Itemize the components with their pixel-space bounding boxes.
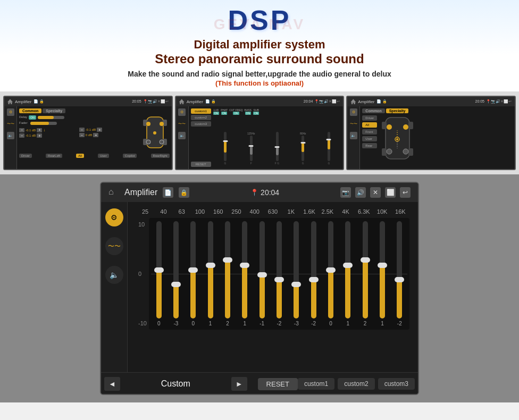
svg-point-16 xyxy=(403,124,408,130)
ls-slider-15-track[interactable] xyxy=(397,221,402,318)
ss1-all-btn[interactable]: All xyxy=(76,154,84,158)
ls-prev-button[interactable]: ◄ xyxy=(104,377,120,391)
ls-lock-icon: 🔒 xyxy=(179,187,189,198)
ss2-custom2-btn[interactable]: custom2 xyxy=(191,115,211,120)
ls-slider-5-track[interactable] xyxy=(225,221,230,318)
ls-freq-250: 250 xyxy=(227,208,245,215)
ls-time: 20:04 xyxy=(261,188,279,197)
ls-volume-icon[interactable]: 🔊 xyxy=(355,187,366,198)
ss1-fader-slider[interactable] xyxy=(30,122,57,125)
ss1-plus-btn-2[interactable]: + xyxy=(37,133,42,138)
ls-freq-40: 40 xyxy=(154,208,172,215)
ss2-slider-g2-track[interactable] xyxy=(302,136,304,161)
ss2-vertical-sliders: G 125Hz F xyxy=(213,116,341,167)
ss3-app-name: Amplifier xyxy=(358,99,374,104)
ls-slider-2: -3 xyxy=(168,221,183,326)
ss1-fader-section: Delay ON Fader − -0.1 xyxy=(19,115,137,139)
ss1-delay-toggle[interactable]: ON xyxy=(29,115,36,120)
ss2-reset-btn[interactable]: RESET xyxy=(191,162,211,167)
ls-close-icon[interactable]: ✕ xyxy=(370,187,381,198)
ls-header-icons: 📷 🔊 ✕ ⬜ ↩ xyxy=(340,187,411,198)
ss3-user-btn[interactable]: User xyxy=(362,136,377,141)
ss3-tabs: Common Specialty xyxy=(362,108,513,113)
ls-eq-btn[interactable]: ⚙ xyxy=(105,208,123,226)
ls-slider-14-track[interactable] xyxy=(380,221,385,318)
ss2-slider-g-track[interactable] xyxy=(224,132,227,161)
ss1-driver-btn[interactable]: Driver xyxy=(19,154,32,158)
ss3-rear-btn[interactable]: Rear xyxy=(362,143,377,148)
ls-next-button[interactable]: ► xyxy=(231,377,247,391)
ls-slider-6-track[interactable] xyxy=(242,221,247,318)
ls-val-10: -2 xyxy=(311,321,316,326)
ss2-cutfreq-on[interactable]: ON xyxy=(233,112,239,115)
ss1-minus-btn-4[interactable]: − xyxy=(79,133,85,137)
ls-slider-4-track[interactable] xyxy=(208,221,213,318)
ss2-phat-on[interactable]: ON xyxy=(221,112,228,115)
svg-rect-11 xyxy=(382,122,387,129)
svg-point-9 xyxy=(153,131,156,135)
ls-slider-3-track[interactable] xyxy=(190,221,196,318)
ls-bottom-controls: ◄ Custom ► RESET custom1 custom2 custom3 xyxy=(101,372,418,394)
ls-speaker-btn[interactable]: 🔈 xyxy=(105,266,123,284)
ss3-wave-icon: 〜〜 xyxy=(350,120,357,128)
ss3-driver-btn[interactable]: Driver xyxy=(362,115,377,121)
ls-wave-btn[interactable]: 〜〜 xyxy=(105,237,123,255)
dsp-title: DSP xyxy=(11,5,508,36)
ss1-plus-btn-3[interactable]: + xyxy=(97,128,102,132)
ss3-front-btn[interactable]: Front xyxy=(362,129,377,135)
ss3-all-btn[interactable]: All xyxy=(362,122,377,128)
ls-val-5: 2 xyxy=(226,321,229,326)
ss2-sidebar: ⚙ 〜〜 🔈 xyxy=(176,106,189,169)
ss2-slider-fg-track[interactable] xyxy=(276,132,279,161)
ss1-rearright-btn[interactable]: RearRight xyxy=(151,154,170,158)
ss2-header: Amplifier 📄 🔒 20:04 📍📷🔊✕⬜↩ xyxy=(176,97,344,106)
ls-home-icon[interactable]: ⌂ xyxy=(108,187,119,198)
ss1-tab-specialty[interactable]: Specialty xyxy=(43,108,65,113)
ss2-custom3-btn[interactable]: custom3 xyxy=(191,121,211,127)
ss1-plus-btn-1[interactable]: + xyxy=(37,128,42,132)
ls-slider-9: -3 xyxy=(289,221,304,326)
ls-app-name: Amplifier xyxy=(124,188,157,197)
ls-slider-10-track[interactable] xyxy=(311,221,316,318)
svg-rect-12 xyxy=(408,122,413,129)
ls-slider-11-track[interactable] xyxy=(328,221,333,318)
ss3-tab-specialty[interactable]: Specialty xyxy=(386,108,409,113)
ss2-slider-f1-track[interactable] xyxy=(250,136,253,161)
ss2-bass-on[interactable]: ON xyxy=(245,112,252,115)
ls-slider-8-track[interactable] xyxy=(277,221,282,318)
ss1-user-btn[interactable]: User xyxy=(98,154,109,158)
ss2-custom1-btn[interactable]: custom1 xyxy=(191,108,211,114)
ls-window-icon[interactable]: ⬜ xyxy=(385,187,396,198)
ls-slider-8: -2 xyxy=(271,221,287,326)
ls-val-7: -1 xyxy=(260,321,264,326)
ss1-minus-btn-2[interactable]: − xyxy=(19,133,24,138)
ls-slider-13: 2 xyxy=(357,221,373,326)
ss2-f1-label: F xyxy=(250,162,252,165)
ls-preset-custom3[interactable]: custom3 xyxy=(378,378,415,390)
ls-preset-custom1[interactable]: custom1 xyxy=(298,378,334,390)
ss1-minus-btn-1[interactable]: − xyxy=(19,128,24,132)
ss1-rearleft-btn[interactable]: RearLeft xyxy=(46,154,62,158)
ls-slider-1-track[interactable] xyxy=(156,221,162,318)
ss3-tab-common[interactable]: Common xyxy=(362,108,384,113)
ss2-lud-on[interactable]: ON xyxy=(213,112,220,115)
ss1-copilot-btn[interactable]: Copilot xyxy=(123,154,137,158)
ss1-delay-slider[interactable] xyxy=(38,116,64,119)
ls-preset-custom2[interactable]: custom2 xyxy=(338,378,374,390)
ls-slider-1: 0 xyxy=(151,221,166,326)
ls-slider-13-track[interactable] xyxy=(363,221,368,318)
ls-slider-7-track[interactable] xyxy=(260,221,265,318)
ls-reset-button[interactable]: RESET xyxy=(258,378,298,390)
ls-slider-2-track[interactable] xyxy=(173,221,179,318)
ss2-sub-on[interactable]: ON xyxy=(253,112,260,115)
ls-back-icon[interactable]: ↩ xyxy=(400,187,411,198)
ls-slider-12-track[interactable] xyxy=(345,221,350,318)
ss1-minus-btn-3[interactable]: − xyxy=(79,128,85,132)
ss2-slider-g3-track[interactable] xyxy=(328,132,330,161)
ss1-plus-btn-4[interactable]: + xyxy=(93,133,98,137)
ss1-tab-common[interactable]: Common xyxy=(19,108,41,113)
ls-slider-9-track[interactable] xyxy=(294,221,299,318)
ss2-wave-icon: 〜〜 xyxy=(178,120,186,128)
ss1-controls: Delay ON Fader − -0.1 xyxy=(19,115,170,152)
ss1-header-icons: 20:05 📍📷🔊✕⬜↩ xyxy=(132,99,169,104)
